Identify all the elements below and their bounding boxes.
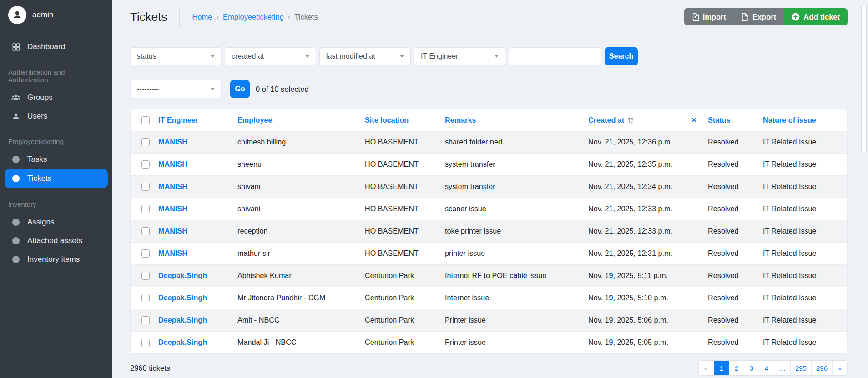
sidebar-item-users[interactable]: Users	[5, 107, 108, 125]
filter-select-created-at[interactable]: created at	[225, 47, 316, 65]
row-checkbox[interactable]	[141, 316, 150, 324]
pagination-page-3[interactable]: 3	[744, 361, 759, 375]
add-ticket-button[interactable]: Add ticket	[784, 8, 848, 25]
pagination-next[interactable]: »	[832, 361, 847, 375]
spacer-cell	[691, 175, 708, 198]
table-row: MANISHshivaniHO BASEMENTscaner issueNov.…	[131, 198, 848, 220]
clear-sort-icon[interactable]: ×	[691, 115, 696, 124]
employee-cell: Abhishek Kumar	[237, 264, 365, 287]
action-select[interactable]: ---------	[130, 80, 222, 98]
sidebar-item-assigns[interactable]: Assigns	[5, 213, 108, 231]
row-checkbox[interactable]	[141, 227, 150, 235]
row-checkbox[interactable]	[141, 160, 150, 169]
column-header-nature-of-issue[interactable]: Nature of issue	[763, 109, 848, 131]
engineer-link[interactable]: MANISH	[158, 249, 187, 257]
column-header-remarks[interactable]: Remarks	[445, 109, 588, 131]
engineer-link[interactable]: MANISH	[158, 138, 187, 146]
nature-cell: IT Related Issue	[763, 309, 848, 331]
sidebar-item-tasks[interactable]: Tasks	[5, 150, 108, 169]
status-cell: Resolved	[708, 220, 763, 242]
scrollbar-thumb[interactable]	[861, 4, 867, 154]
engineer-link[interactable]: Deepak.Singh	[158, 316, 207, 324]
go-button[interactable]: Go	[230, 80, 250, 98]
engineer-link[interactable]: MANISH	[158, 204, 187, 213]
created-cell: Nov. 21, 2025, 12:33 p.m.	[588, 220, 691, 242]
site-cell: HO BASEMENT	[365, 242, 445, 264]
spacer-cell	[691, 198, 708, 220]
engineer-link[interactable]: Deepak.Singh	[158, 271, 207, 279]
spacer-cell	[691, 242, 708, 264]
engineer-cell: MANISH	[158, 220, 237, 242]
sidebar-item-label: Attached assets	[27, 236, 82, 245]
row-checkbox[interactable]	[141, 249, 150, 258]
nature-cell: IT Related Issue	[763, 198, 848, 220]
column-header-it-engineer[interactable]: IT Engineer	[158, 109, 237, 131]
row-checkbox[interactable]	[141, 205, 150, 213]
export-icon	[742, 13, 749, 21]
engineer-cell: Deepak.Singh	[158, 331, 237, 353]
row-checkbox[interactable]	[141, 138, 150, 146]
column-header-employee[interactable]: Employee	[237, 109, 365, 131]
remarks-cell: toke printer issue	[445, 220, 588, 242]
row-checkbox[interactable]	[141, 183, 150, 191]
pagination-ellipsis[interactable]: …	[774, 361, 790, 375]
caret-down-icon	[495, 55, 499, 58]
table-row: Deepak.SinghAmit - NBCCCenturion ParkPri…	[131, 309, 848, 331]
pagination-page-2[interactable]: 2	[729, 361, 744, 375]
row-checkbox[interactable]	[141, 272, 150, 280]
table-row: MANISHsheenuHO BASEMENTsystem transferNo…	[131, 153, 848, 175]
pagination-page-295[interactable]: 295	[790, 361, 811, 375]
import-button[interactable]: Import	[684, 8, 734, 25]
table-footer: 2960 tickets «1234…295296»	[130, 360, 848, 376]
sidebar-item-inventory-items[interactable]: Inventory items	[5, 250, 108, 269]
row-checkbox[interactable]	[141, 294, 150, 302]
pagination-page-296[interactable]: 296	[811, 361, 832, 375]
sidebar-user[interactable]: admin	[0, 0, 112, 30]
pagination-page-4[interactable]: 4	[759, 361, 774, 375]
pagination-prev[interactable]: «	[699, 361, 714, 375]
engineer-link[interactable]: MANISH	[158, 227, 187, 235]
header-divider	[179, 7, 180, 27]
site-cell: Centurion Park	[365, 264, 445, 287]
created-cell: Nov. 19, 2025, 5:10 p.m.	[588, 287, 691, 309]
sidebar-item-attached-assets[interactable]: Attached assets	[5, 232, 108, 250]
filter-select-status[interactable]: status	[130, 47, 222, 65]
engineer-link[interactable]: Deepak.Singh	[158, 338, 207, 346]
sidebar: admin DashboardAuthentication and Author…	[0, 0, 112, 378]
tickets-table-card: IT EngineerEmployeeSite locationRemarksC…	[130, 109, 848, 354]
row-checkbox-cell	[131, 131, 158, 153]
sidebar-item-tickets[interactable]: Tickets	[5, 169, 108, 188]
filter-select-it-engineer[interactable]: IT Engineer	[414, 47, 505, 65]
engineer-cell: MANISH	[158, 198, 237, 220]
row-checkbox-cell	[131, 264, 158, 287]
column-header-status[interactable]: Status	[708, 109, 763, 131]
column-header-created-at[interactable]: Created atAZ	[588, 109, 691, 131]
dot-icon	[11, 175, 20, 182]
search-button[interactable]: Search	[605, 47, 638, 65]
sidebar-item-dashboard[interactable]: Dashboard	[5, 38, 108, 56]
export-button[interactable]: Export	[734, 8, 784, 25]
column-header-site-location[interactable]: Site location	[365, 109, 445, 131]
created-cell: Nov. 19, 2025, 5:06 p.m.	[588, 309, 691, 331]
status-cell: Resolved	[708, 287, 763, 309]
breadcrumb-employeeticketing[interactable]: Employeeticketing	[223, 13, 284, 21]
filter-bar: statuscreated atlast modified atIT Engin…	[130, 47, 868, 65]
sidebar-item-groups[interactable]: Groups	[5, 89, 108, 107]
table-row: Deepak.SinghMandal Ji - NBCCCenturion Pa…	[131, 331, 848, 353]
engineer-link[interactable]: Deepak.Singh	[158, 293, 207, 302]
breadcrumb-home[interactable]: Home	[192, 13, 212, 21]
select-all-column	[131, 109, 158, 131]
selected-count: 0 of 10 selected	[256, 85, 309, 94]
button-label: Import	[703, 13, 726, 21]
filter-select-last-modified-at[interactable]: last modified at	[319, 47, 411, 65]
dot-icon	[11, 219, 20, 226]
pagination-page-1[interactable]: 1	[714, 361, 729, 375]
row-checkbox[interactable]	[141, 339, 150, 347]
row-checkbox-cell	[131, 331, 158, 353]
engineer-link[interactable]: MANISH	[158, 182, 187, 190]
import-icon	[692, 13, 699, 21]
select-all-checkbox[interactable]	[141, 116, 150, 124]
search-input[interactable]	[509, 47, 601, 65]
status-cell: Resolved	[708, 242, 763, 264]
engineer-link[interactable]: MANISH	[158, 160, 187, 168]
